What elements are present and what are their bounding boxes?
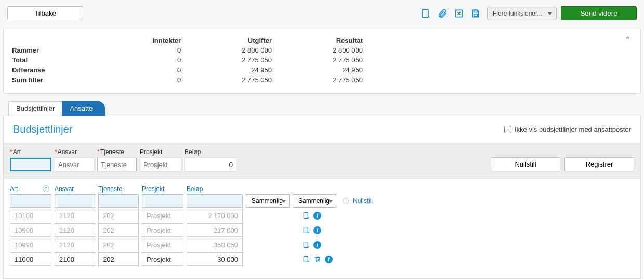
save-icon[interactable] xyxy=(470,8,481,19)
grid-header-ansvar[interactable]: Ansvar xyxy=(55,185,95,193)
back-button[interactable]: Tilbake xyxy=(7,6,83,20)
info-icon[interactable]: i xyxy=(313,241,321,249)
label-ansvar[interactable]: Ansvar xyxy=(58,148,77,156)
hide-employee-lines-label: Ikke vis budsjettlinjer med ansattposter xyxy=(515,125,631,133)
svg-rect-6 xyxy=(304,242,308,248)
table-row: 11000 2100 202 Prosjekt 30 000 i xyxy=(10,252,634,266)
info-icon[interactable]: i xyxy=(313,226,321,234)
prosjekt-input[interactable] xyxy=(140,158,181,171)
filter-ansvar-input[interactable] xyxy=(55,194,95,208)
col-expenses: Utgifter xyxy=(194,35,285,45)
sort-indicator-icon[interactable]: ⌃ xyxy=(43,185,49,192)
compare-select-1[interactable]: Sammenlig xyxy=(246,194,290,208)
table-row: 10100 2120 202 Prosjekt 2 170 000 i xyxy=(10,209,634,222)
summary-row: Sum filter02 775 0502 775 050 xyxy=(12,75,376,85)
grid-header-art[interactable]: Art⌃ xyxy=(10,185,51,193)
send-button[interactable]: Send videre xyxy=(561,6,637,20)
info-icon[interactable]: i xyxy=(325,256,333,263)
register-button[interactable]: Registrer xyxy=(564,157,634,171)
svg-rect-3 xyxy=(474,14,478,16)
col-result: Resultat xyxy=(285,35,376,45)
tab-budget-lines[interactable]: Budsjettlinjer xyxy=(8,101,62,116)
radio-icon[interactable] xyxy=(343,198,349,204)
art-input[interactable] xyxy=(10,158,51,171)
note-icon[interactable] xyxy=(302,255,310,263)
svg-rect-5 xyxy=(304,227,308,233)
info-icon[interactable]: i xyxy=(313,212,321,220)
filter-belop-input[interactable] xyxy=(187,194,243,208)
col-income: Inntekter xyxy=(106,35,194,45)
summary-header-row: Inntekter Utgifter Resultat xyxy=(12,35,376,45)
summary-row: Differanse024 95024 950 xyxy=(12,65,376,75)
svg-rect-4 xyxy=(304,213,308,219)
note-icon[interactable] xyxy=(302,240,310,249)
svg-rect-7 xyxy=(304,257,308,262)
attach-icon[interactable] xyxy=(437,8,448,19)
more-functions-select[interactable]: Flere funksjoner... xyxy=(487,7,557,20)
label-prosjekt[interactable]: Prosjekt xyxy=(140,148,162,156)
trash-icon[interactable] xyxy=(313,255,322,263)
grid-header-belop[interactable]: Beløp xyxy=(187,185,243,193)
note-icon[interactable] xyxy=(302,226,310,234)
filter-tjeneste-input[interactable] xyxy=(98,194,139,208)
tjeneste-input[interactable] xyxy=(97,158,137,171)
label-art[interactable]: Art xyxy=(13,148,21,156)
collapse-icon[interactable]: ⌃ xyxy=(625,35,631,44)
filter-art-input[interactable] xyxy=(10,194,51,208)
filter-prosjekt-input[interactable] xyxy=(142,194,183,208)
reset-button[interactable]: Nullstill xyxy=(491,157,560,171)
hide-employee-lines-input[interactable] xyxy=(504,126,511,133)
table-row: 10900 2120 202 Prosjekt 217 000 i xyxy=(10,223,634,237)
grid-header-prosjekt[interactable]: Prosjekt xyxy=(142,185,183,193)
note-icon[interactable] xyxy=(420,8,431,19)
ansvar-input[interactable] xyxy=(55,158,94,171)
section-title: Budsjettlinjer xyxy=(13,123,73,135)
label-tjeneste[interactable]: Tjeneste xyxy=(100,148,124,156)
grid-reset-link[interactable]: Nullstill xyxy=(353,197,373,205)
summary-row: Total02 775 0502 775 050 xyxy=(12,55,376,65)
tab-employees[interactable]: Ansatte xyxy=(62,101,104,116)
belop-input[interactable] xyxy=(185,158,236,171)
svg-rect-2 xyxy=(474,10,478,12)
note-icon[interactable] xyxy=(302,211,310,220)
summary-row: Rammer02 800 0002 800 000 xyxy=(12,45,376,55)
summary-panel: ⌃ Inntekter Utgifter Resultat Rammer02 8… xyxy=(3,29,641,94)
table-row: 10990 2120 202 Prosjekt 358 050 i xyxy=(10,238,634,251)
excel-icon[interactable] xyxy=(454,8,464,19)
grid-header-tjeneste[interactable]: Tjeneste xyxy=(98,185,139,193)
compare-select-2[interactable]: Sammenlig xyxy=(293,194,336,208)
hide-employee-lines-checkbox[interactable]: Ikke vis budsjettlinjer med ansattposter xyxy=(504,125,631,133)
label-belop: Beløp xyxy=(185,148,236,156)
svg-rect-0 xyxy=(422,9,428,17)
